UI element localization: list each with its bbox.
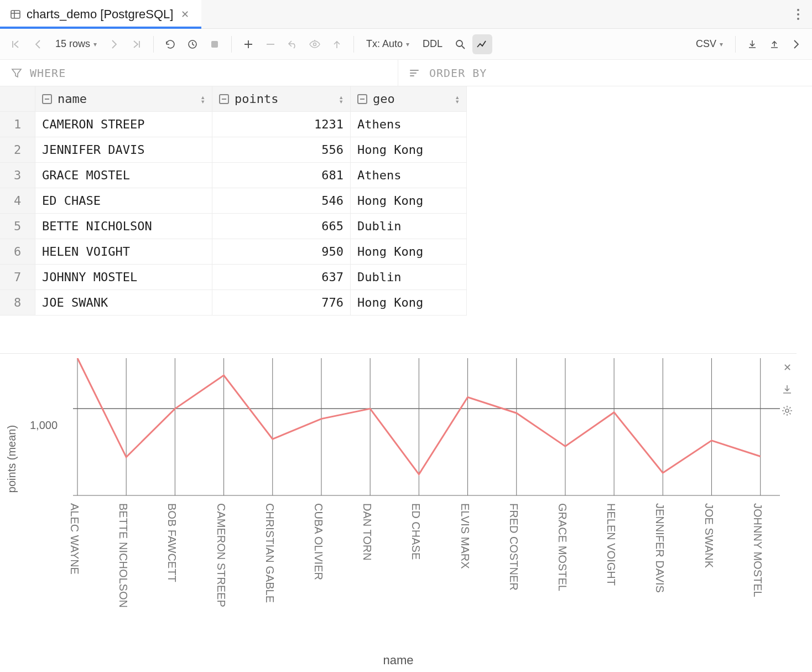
tab-title: charts_demo [PostgreSQL] <box>27 7 173 22</box>
cell-points[interactable]: 681 <box>212 163 351 188</box>
orderby-label: ORDER BY <box>429 66 487 80</box>
cell-points[interactable]: 665 <box>212 214 351 239</box>
stop-button[interactable] <box>205 34 225 54</box>
rows-count-label: 15 rows <box>55 38 90 50</box>
chart-close-button[interactable]: ✕ <box>783 361 792 374</box>
column-header-geo[interactable]: geo ▴▾ <box>351 86 467 112</box>
ddl-button[interactable]: DDL <box>417 38 448 50</box>
orderby-filter[interactable]: ORDER BY <box>398 60 498 86</box>
expand-button[interactable] <box>787 34 806 54</box>
cell-geo[interactable]: Hong Kong <box>351 290 467 316</box>
chart-xtick: CAMERON STREEP <box>215 503 227 607</box>
where-filter[interactable]: WHERE <box>0 60 398 86</box>
download-button[interactable] <box>742 34 762 54</box>
rows-count-dropdown[interactable]: 15 rows ▾ <box>50 38 102 50</box>
cell-geo[interactable]: Dublin <box>351 214 467 239</box>
column-header-points[interactable]: points ▴▾ <box>212 86 351 112</box>
column-icon <box>42 94 52 104</box>
row-number[interactable]: 2 <box>0 137 35 163</box>
funnel-icon <box>11 68 22 79</box>
svg-rect-0 <box>11 11 20 18</box>
row-number[interactable]: 6 <box>0 239 35 265</box>
svg-point-5 <box>797 18 799 20</box>
chart-xtick: JOHNNY MOSTEL <box>751 503 764 597</box>
row-number[interactable]: 8 <box>0 290 35 316</box>
cell-geo[interactable]: Athens <box>351 112 467 137</box>
chart-side-controls: ✕ <box>781 361 793 417</box>
cell-points[interactable]: 776 <box>212 290 351 316</box>
cell-name[interactable]: BETTE NICHOLSON <box>35 214 212 239</box>
delete-row-button[interactable] <box>261 34 280 54</box>
tx-mode-label: Tx: Auto <box>366 38 403 50</box>
filter-bar: WHERE ORDER BY <box>0 60 812 86</box>
chart-settings-button[interactable] <box>781 405 793 417</box>
cell-points[interactable]: 1231 <box>212 112 351 137</box>
svg-point-4 <box>797 13 799 15</box>
preview-button[interactable] <box>305 34 325 54</box>
cell-geo[interactable]: Dublin <box>351 265 467 290</box>
cell-name[interactable]: JOE SWANK <box>35 290 212 316</box>
column-header-name[interactable]: name ▴▾ <box>35 86 212 112</box>
row-number[interactable]: 4 <box>0 188 35 214</box>
cell-geo[interactable]: Athens <box>351 163 467 188</box>
cell-name[interactable]: JOHNNY MOSTEL <box>35 265 212 290</box>
row-number[interactable]: 1 <box>0 112 35 137</box>
column-icon <box>219 94 229 104</box>
column-icon <box>357 94 367 104</box>
reload-button[interactable] <box>160 34 180 54</box>
history-button[interactable] <box>183 34 202 54</box>
row-number[interactable]: 5 <box>0 214 35 239</box>
cell-points[interactable]: 637 <box>212 265 351 290</box>
show-chart-button[interactable] <box>472 34 492 54</box>
chart-plot <box>0 358 791 502</box>
kebab-icon <box>797 8 800 20</box>
search-button[interactable] <box>450 34 470 54</box>
row-number[interactable]: 3 <box>0 163 35 188</box>
svg-point-8 <box>314 43 316 45</box>
chart-xtick: CUBA OLIVIER <box>312 503 325 580</box>
cell-name[interactable]: GRACE MOSTEL <box>35 163 212 188</box>
upload-button[interactable] <box>764 34 784 54</box>
revert-button[interactable] <box>283 34 303 54</box>
chevron-down-icon: ▾ <box>720 40 723 48</box>
add-row-button[interactable] <box>238 34 258 54</box>
tab-close-button[interactable]: ✕ <box>179 8 191 20</box>
cell-name[interactable]: CAMERON STREEP <box>35 112 212 137</box>
svg-rect-7 <box>211 41 218 48</box>
cell-points[interactable]: 556 <box>212 137 351 163</box>
cell-geo[interactable]: Hong Kong <box>351 137 467 163</box>
tab-charts-demo[interactable]: charts_demo [PostgreSQL] ✕ <box>0 0 201 28</box>
result-toolbar: 15 rows ▾ Tx: Auto ▾ DDL CSV ▾ <box>0 29 812 60</box>
corner-cell[interactable] <box>0 86 35 112</box>
chevron-down-icon: ▾ <box>406 40 409 48</box>
chart-xtick: FRED COSTNER <box>507 503 520 591</box>
cell-name[interactable]: JENNIFER DAVIS <box>35 137 212 163</box>
chart-xtick: ALEC WAYNE <box>68 503 81 575</box>
chart-xtick: JOE SWANK <box>702 503 715 568</box>
sort-icon: ▴▾ <box>339 95 343 104</box>
cell-name[interactable]: ED CHASE <box>35 188 212 214</box>
next-page-button[interactable] <box>105 34 124 54</box>
prev-page-button[interactable] <box>28 34 48 54</box>
submit-button[interactable] <box>327 34 347 54</box>
chart-xtick: JENNIFER DAVIS <box>653 503 666 593</box>
chart-xtick: ELVIS MARX <box>459 503 471 569</box>
first-page-button[interactable] <box>6 34 25 54</box>
editor-tabbar: charts_demo [PostgreSQL] ✕ <box>0 0 812 29</box>
chart-xtick: BOB FAWCETT <box>165 503 178 582</box>
chart-xtick: GRACE MOSTEL <box>556 503 569 591</box>
result-table: name ▴▾ points ▴▾ geo ▴▾ 1CAMERON STREEP… <box>0 86 812 316</box>
cell-geo[interactable]: Hong Kong <box>351 188 467 214</box>
tx-mode-dropdown[interactable]: Tx: Auto ▾ <box>361 38 415 50</box>
chart-xlabels: ALEC WAYNEBETTE NICHOLSONBOB FAWCETTCAME… <box>77 503 780 647</box>
cell-geo[interactable]: Hong Kong <box>351 239 467 265</box>
chart-download-button[interactable] <box>782 384 793 395</box>
cell-points[interactable]: 546 <box>212 188 351 214</box>
cell-name[interactable]: HELEN VOIGHT <box>35 239 212 265</box>
last-page-button[interactable] <box>127 34 147 54</box>
tabbar-more-button[interactable] <box>784 8 812 20</box>
row-number[interactable]: 7 <box>0 265 35 290</box>
cell-points[interactable]: 950 <box>212 239 351 265</box>
export-format-dropdown[interactable]: CSV ▾ <box>690 38 728 50</box>
export-format-label: CSV <box>696 38 716 50</box>
